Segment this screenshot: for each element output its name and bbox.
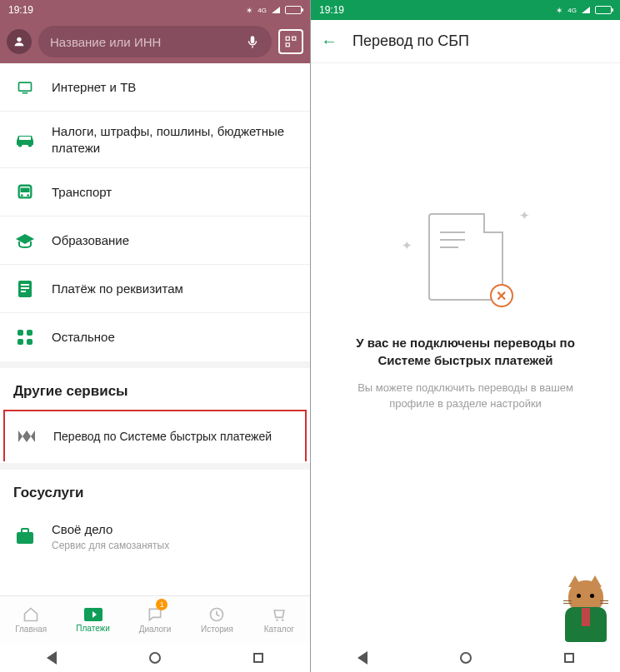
- payments-list: Интернет и ТВ Налоги, штрафы, пошлины, б…: [0, 63, 310, 595]
- clock-time: 19:19: [319, 4, 344, 16]
- row-taxes[interactable]: Налоги, штрафы, пошлины, бюджетные плате…: [0, 112, 310, 168]
- svg-rect-2: [286, 37, 289, 40]
- receipt-icon: [13, 277, 37, 301]
- svg-point-9: [28, 142, 32, 147]
- row-label: Транспорт: [52, 184, 112, 201]
- status-bar: 19:19 4G: [311, 0, 620, 20]
- page-title: Перевод по СБП: [352, 32, 469, 50]
- svg-rect-6: [19, 83, 30, 90]
- grid-icon: [13, 326, 37, 349]
- svg-rect-23: [17, 532, 33, 544]
- battery-icon: [285, 6, 302, 14]
- qr-scan-button[interactable]: [278, 29, 303, 54]
- nav-label: История: [201, 625, 233, 634]
- empty-state: ✦ ✦ ✕ У вас не подключены переводы по Си…: [311, 63, 620, 644]
- svg-rect-20: [27, 330, 32, 336]
- svg-point-8: [18, 142, 22, 147]
- svg-point-27: [276, 619, 278, 621]
- car-icon: [13, 128, 37, 152]
- svg-rect-17: [21, 287, 29, 289]
- row-transport[interactable]: Транспорт: [0, 168, 310, 217]
- android-nav: [311, 644, 620, 672]
- svg-point-13: [21, 194, 23, 197]
- svg-rect-7: [22, 92, 28, 93]
- sbp-icon: [15, 425, 38, 448]
- svg-rect-19: [18, 330, 23, 336]
- briefcase-icon: [13, 525, 37, 548]
- network-label: 4G: [258, 7, 267, 14]
- row-svoe-delo[interactable]: Своё дело Сервис для самозанятых: [0, 510, 310, 563]
- sparkle-icon: ✦: [519, 208, 530, 223]
- row-label: Образование: [52, 232, 129, 249]
- android-nav: [0, 644, 310, 672]
- clock-time: 19:19: [8, 4, 33, 16]
- nav-label: Диалоги: [139, 625, 172, 634]
- row-sbp-transfer[interactable]: Перевод по Системе быстрых платежей: [3, 410, 307, 461]
- nav-home[interactable]: Главная: [0, 596, 62, 644]
- row-subtitle: Сервис для самозанятых: [52, 540, 169, 551]
- right-screen: 19:19 4G ← Перевод по СБП ✦ ✦ ✕ У вас не…: [310, 0, 620, 672]
- payments-icon: [83, 607, 103, 622]
- section-gosuslugi: Госуслуги: [0, 470, 310, 510]
- signal-icon: [272, 7, 280, 13]
- bluetooth-icon: [246, 4, 252, 16]
- sparkle-icon: ✦: [402, 238, 412, 253]
- svg-rect-12: [21, 187, 30, 192]
- recents-key[interactable]: [564, 653, 574, 663]
- row-other[interactable]: Остальное: [0, 313, 310, 361]
- home-icon: [22, 606, 40, 623]
- section-other-services: Другие сервисы: [0, 368, 310, 408]
- row-label: Платёж по реквизитам: [52, 281, 183, 297]
- person-icon: [12, 35, 26, 48]
- recents-key[interactable]: [253, 653, 263, 663]
- back-button[interactable]: ←: [321, 32, 338, 51]
- svg-rect-10: [19, 137, 31, 140]
- back-key[interactable]: [358, 651, 368, 665]
- row-internet-tv[interactable]: Интернет и ТВ: [0, 63, 310, 112]
- profile-button[interactable]: [7, 29, 32, 54]
- cat-mascot: [557, 580, 615, 647]
- error-badge-icon: ✕: [490, 284, 513, 307]
- app-bar: ← Перевод по СБП: [311, 20, 620, 63]
- bus-icon: [13, 181, 37, 204]
- mic-icon[interactable]: [245, 34, 260, 49]
- badge-count: 1: [156, 599, 168, 610]
- svg-rect-22: [27, 339, 32, 345]
- qr-icon: [285, 36, 297, 47]
- search-input[interactable]: Название или ИНН: [38, 26, 272, 57]
- signal-icon: [582, 7, 590, 13]
- bluetooth-icon: [556, 4, 562, 16]
- network-label: 4G: [568, 7, 577, 14]
- svg-rect-16: [21, 284, 29, 286]
- svg-rect-21: [18, 339, 23, 345]
- empty-subtitle: Вы можете подключить переводы в вашем пр…: [336, 381, 595, 412]
- svg-rect-1: [251, 36, 255, 43]
- svg-point-14: [27, 194, 29, 197]
- nav-label: Главная: [15, 625, 47, 634]
- empty-title: У вас не подключены переводы по Системе …: [336, 334, 595, 369]
- svg-point-28: [282, 619, 284, 621]
- document-illustration: ✦ ✦ ✕: [428, 213, 503, 301]
- row-label: Своё дело: [52, 521, 169, 538]
- nav-history[interactable]: История: [186, 596, 248, 644]
- clock-icon: [208, 606, 225, 623]
- row-label: Налоги, штрафы, пошлины, бюджетные плате…: [52, 123, 297, 156]
- svg-rect-18: [21, 291, 26, 292]
- svg-point-0: [17, 37, 21, 42]
- svg-rect-24: [22, 529, 28, 533]
- nav-catalog[interactable]: Каталог: [248, 596, 310, 644]
- row-education[interactable]: Образование: [0, 217, 310, 265]
- row-label: Перевод по Системе быстрых платежей: [53, 429, 272, 444]
- cart-icon: [271, 606, 288, 623]
- left-screen: 19:19 4G Название или ИНН Интернет и ТВ: [0, 0, 310, 672]
- home-key[interactable]: [460, 652, 472, 664]
- nav-payments[interactable]: Платежи: [62, 596, 123, 644]
- home-key[interactable]: [149, 652, 161, 664]
- nav-label: Платежи: [76, 624, 110, 633]
- search-placeholder: Название или ИНН: [50, 35, 238, 49]
- row-requisites[interactable]: Платёж по реквизитам: [0, 265, 310, 313]
- back-key[interactable]: [47, 651, 57, 665]
- svg-rect-4: [286, 43, 289, 47]
- nav-dialogs[interactable]: 1 Диалоги: [124, 596, 186, 644]
- battery-icon: [595, 6, 612, 14]
